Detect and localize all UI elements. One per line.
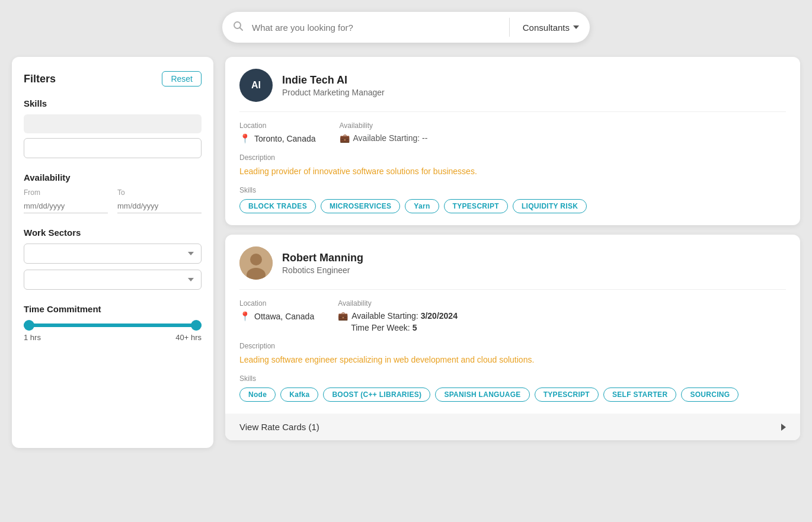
consultant-name-1: Indie Tech AI [282, 74, 385, 87]
subsector-select[interactable] [24, 270, 202, 290]
skill-tag: MICROSERVICES [321, 199, 400, 213]
skills-tags-1: BLOCK TRADES MICROSERVICES Yarn TYPESCRI… [239, 199, 786, 213]
slider-min-label: 1 hrs [24, 333, 41, 342]
location-text-1: Toronto, Canada [254, 134, 316, 143]
time-commitment-slider[interactable] [24, 324, 202, 327]
consultant-role-2: Robotics Engineer [282, 265, 363, 275]
availability-block-1: Availability 💼 Available Starting: -- [340, 121, 428, 144]
consultant-name-2: Robert Manning [282, 252, 363, 264]
skill-tag: Node [239, 388, 276, 402]
availability-to-input[interactable] [117, 199, 202, 213]
skill-tag: LIQUIDITY RISK [513, 199, 587, 213]
skills-label-1: Skills [239, 186, 786, 194]
search-input[interactable] [252, 23, 507, 33]
svg-line-1 [240, 27, 243, 30]
skill-tag: BOOST (C++ LIBRARIES) [323, 388, 430, 402]
skill-tag: SOURCING [681, 388, 739, 402]
availability-row: From To [24, 188, 202, 213]
skills-label-2: Skills [239, 374, 786, 383]
location-label-1: Location [239, 121, 316, 130]
skills-display-box [24, 114, 202, 133]
location-block-1: Location 📍 Toronto, Canada [239, 121, 316, 144]
consultant-info-2: Robert Manning Robotics Engineer [282, 252, 363, 275]
card-header-2: Robert Manning Robotics Engineer [239, 246, 786, 280]
time-commitment-section: Time Commitment 1 hrs 40+ hrs [24, 304, 202, 342]
card-info-row-2: Location 📍 Ottawa, Canada Availability 💼… [239, 299, 786, 332]
skill-tag: SELF STARTER [603, 388, 676, 402]
slider-thumb-right[interactable] [191, 320, 202, 331]
search-category-dropdown[interactable]: Consultants [512, 23, 590, 33]
availability-starting-2: 💼 Available Starting: 3/20/2024 [338, 311, 458, 321]
consultant-info-1: Indie Tech AI Product Marketing Manager [282, 74, 385, 97]
work-sectors-title: Work Sectors [24, 228, 202, 238]
description-label-2: Description [239, 342, 786, 350]
location-block-2: Location 📍 Ottawa, Canada [239, 299, 314, 332]
filters-title: Filters [24, 73, 56, 85]
availability-text-1: Available Starting: -- [353, 133, 428, 143]
view-rate-cards-label: View Rate Cards (1) [239, 422, 319, 432]
results-panel: AI Indie Tech AI Product Marketing Manag… [225, 57, 800, 440]
chevron-down-icon [573, 25, 579, 29]
card-header-1: AI Indie Tech AI Product Marketing Manag… [239, 69, 786, 102]
avatar-1: AI [239, 69, 273, 102]
work-sectors-filter-section: Work Sectors [24, 228, 202, 290]
card-main-2: Robert Manning Robotics Engineer Locatio… [225, 235, 800, 414]
svg-point-3 [250, 254, 262, 265]
consultant-role-1: Product Marketing Manager [282, 88, 385, 97]
time-per-week-2: Time Per Week: 5 [338, 323, 458, 332]
search-icon [222, 21, 252, 34]
availability-to-field: To [117, 188, 202, 213]
filters-header: Filters Reset [24, 71, 202, 87]
description-label-1: Description [239, 153, 786, 162]
location-value-2: 📍 Ottawa, Canada [239, 311, 314, 322]
avatar-2 [239, 246, 273, 280]
search-category-label: Consultants [523, 23, 570, 33]
skill-tag: Kafka [280, 388, 318, 402]
consultant-card: AI Indie Tech AI Product Marketing Manag… [225, 57, 800, 225]
briefcase-icon-2: 💼 [338, 311, 348, 321]
slider-max-label: 40+ hrs [175, 333, 202, 342]
availability-label-1: Availability [340, 121, 428, 130]
availability-to-label: To [117, 188, 202, 197]
availability-from-input[interactable] [24, 199, 108, 213]
location-label-2: Location [239, 299, 314, 308]
availability-value-1: 💼 Available Starting: -- [340, 133, 428, 143]
availability-block-2: Availability 💼 Available Starting: 3/20/… [338, 299, 458, 332]
skills-filter-section: Skills [24, 98, 202, 158]
card-main-1: AI Indie Tech AI Product Marketing Manag… [225, 57, 800, 225]
card-info-row-1: Location 📍 Toronto, Canada Availability … [239, 121, 786, 144]
chevron-right-icon [781, 424, 786, 431]
skill-tag: SPANISH LANGUAGE [435, 388, 529, 402]
skill-tag: Yarn [405, 199, 439, 213]
skill-tag: BLOCK TRADES [239, 199, 316, 213]
description-text-2: Leading software engineer specializing i… [239, 354, 786, 366]
availability-filter-section: Availability From To [24, 172, 202, 213]
skill-tag: TYPESCRIPT [535, 388, 599, 402]
location-value-1: 📍 Toronto, Canada [239, 133, 316, 144]
availability-label-2: Availability [338, 299, 458, 308]
search-bar: Consultants [222, 12, 590, 43]
location-text-2: Ottawa, Canada [254, 312, 314, 321]
sector-select[interactable] [24, 244, 202, 264]
card-divider-2 [239, 289, 786, 290]
slider-thumb-left[interactable] [24, 320, 34, 331]
view-rate-cards-footer[interactable]: View Rate Cards (1) [225, 414, 800, 440]
reset-button[interactable]: Reset [162, 71, 202, 87]
availability-from-label: From [24, 188, 108, 197]
skills-section-title: Skills [24, 98, 202, 108]
briefcase-icon-1: 💼 [340, 133, 350, 143]
search-divider [509, 18, 510, 37]
location-icon-2: 📍 [239, 311, 251, 322]
card-divider-1 [239, 111, 786, 112]
skill-tag: TYPESCRIPT [444, 199, 508, 213]
search-bar-container: Consultants [12, 12, 800, 43]
time-commitment-title: Time Commitment [24, 304, 202, 314]
availability-value-2: 💼 Available Starting: 3/20/2024 Time Per… [338, 311, 458, 332]
filters-panel: Filters Reset Skills Availability From T… [12, 57, 213, 448]
description-text-1: Leading provider of innovative software … [239, 165, 786, 178]
main-layout: Filters Reset Skills Availability From T… [12, 57, 800, 448]
slider-labels: 1 hrs 40+ hrs [24, 333, 202, 342]
skills-input[interactable] [24, 138, 202, 158]
availability-starting-text-2: Available Starting: 3/20/2024 [351, 311, 458, 321]
availability-section-title: Availability [24, 172, 202, 182]
